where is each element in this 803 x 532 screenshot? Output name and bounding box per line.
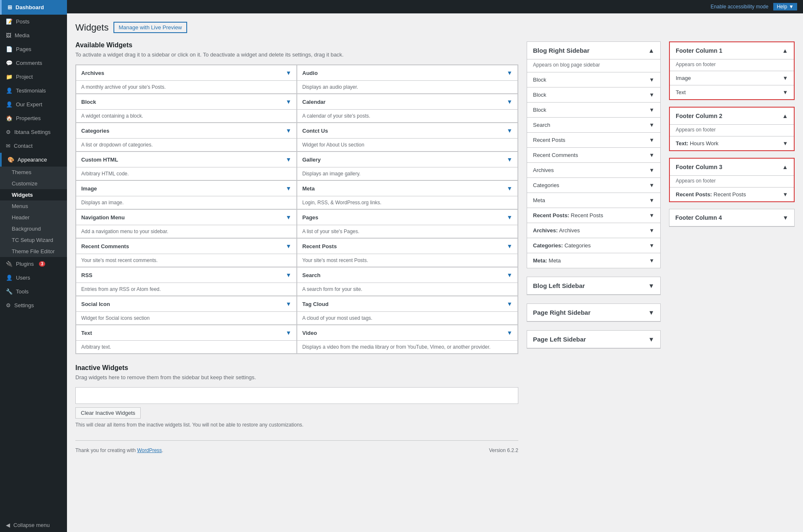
collapse-icon: ◀ <box>6 522 10 528</box>
blog-right-sidebar-header[interactable]: Blog Right Sidebar ▲ <box>527 42 660 59</box>
sub-item-widgets[interactable]: Widgets <box>0 189 67 200</box>
manage-live-preview-button[interactable]: Manage with Live Preview <box>113 22 187 33</box>
widget-grid: Archives▼ A monthly archive of your site… <box>75 64 518 354</box>
footer1-widget-image[interactable]: Image ▼ <box>670 71 794 85</box>
media-icon: 🖼 <box>6 32 11 39</box>
sub-item-themes[interactable]: Themes <box>0 167 67 178</box>
footer-column-1-box: Footer Column 1 ▲ Appears on footer Imag… <box>669 41 795 100</box>
sidebar-item-project[interactable]: 📁 Project <box>0 70 67 84</box>
inactive-drop-area[interactable] <box>75 387 518 404</box>
sidebar-widget-meta[interactable]: Meta ▼ <box>527 193 660 208</box>
sidebar-item-contact[interactable]: ✉ Contact <box>0 139 67 153</box>
sidebar-widget-block-2[interactable]: Block ▼ <box>527 87 660 102</box>
clear-warning-text: This will clear all items from the inact… <box>75 422 518 428</box>
sidebar-widget-search[interactable]: Search ▼ <box>527 117 660 132</box>
sidebar-item-appearance[interactable]: 🎨 Appearance <box>0 153 67 167</box>
sidebar-item-our-expert[interactable]: 👤 Our Expert <box>0 98 67 111</box>
sidebar-item-testimonials[interactable]: 👤 Testimonials <box>0 84 67 98</box>
sidebar-item-users[interactable]: 👤 Users <box>0 271 67 285</box>
sub-item-tc-setup[interactable]: TC Setup Wizard <box>0 234 67 246</box>
sidebar-widget-recent-posts[interactable]: Recent Posts ▼ <box>527 132 660 147</box>
sidebar-item-ibtana[interactable]: ⚙ Ibtana Settings <box>0 125 67 139</box>
widget-recent-posts[interactable]: Recent Posts▼ Your site's most recent Po… <box>297 238 518 267</box>
sidebar-widget-categories[interactable]: Categories ▼ <box>527 177 660 193</box>
footer-column-4-header[interactable]: Footer Column 4 ▼ <box>669 209 794 226</box>
audio-chevron-icon: ▼ <box>507 69 512 76</box>
sub-item-customize[interactable]: Customize <box>0 178 67 189</box>
available-widgets-title: Available Widgets <box>75 41 518 49</box>
page-left-sidebar-box: Page Left Sidebar ▼ <box>527 330 661 349</box>
footer-column-1-desc: Appears on footer <box>670 59 794 71</box>
sidebar-widget-block-1[interactable]: Block ▼ <box>527 72 660 87</box>
widget-social-icon[interactable]: Social Icon▼ Widget for Social icons sec… <box>76 296 297 325</box>
widget-text[interactable]: Text▼ Arbitrary text. <box>76 325 297 354</box>
widget-categories[interactable]: Categories▼ A list or dropdown of catego… <box>76 123 297 152</box>
sidebar-widget-categories-named[interactable]: Categories: Categories ▼ <box>527 238 660 253</box>
sidebar-item-media[interactable]: 🖼 Media <box>0 28 67 42</box>
widget-meta[interactable]: Meta▼ Login, RSS, & WordPress.org links. <box>297 180 518 209</box>
sidebar-item-tools[interactable]: 🔧 Tools <box>0 285 67 298</box>
sidebar-item-pages[interactable]: 📄 Pages <box>0 42 67 56</box>
widget-tag-cloud[interactable]: Tag Cloud▼ A cloud of your most used tag… <box>297 296 518 325</box>
widget-gallery[interactable]: Gallery▼ Displays an image gallery. <box>297 152 518 180</box>
sidebar-widget-archives-named[interactable]: Archives: Archives ▼ <box>527 223 660 238</box>
widget-search[interactable]: Search▼ A search form for your site. <box>297 267 518 296</box>
wordpress-link[interactable]: WordPress <box>137 447 162 453</box>
sidebar-item-comments[interactable]: 💬 Comments <box>0 56 67 70</box>
collapse-menu-button[interactable]: ◀ Collapse menu <box>0 518 67 532</box>
footer-column-1-header[interactable]: Footer Column 1 ▲ <box>670 42 794 59</box>
sidebar-item-settings[interactable]: ⚙ Settings <box>0 298 67 312</box>
sidebar-recent-comments-chevron-icon: ▼ <box>649 152 654 158</box>
sub-item-menus[interactable]: Menus <box>0 200 67 212</box>
sidebar-item-plugins[interactable]: 🔌 Plugins 3 <box>0 257 67 271</box>
sidebar-item-dashboard[interactable]: ⊞ Dashboard <box>0 0 67 15</box>
widget-image[interactable]: Image▼ Displays an image. <box>76 180 297 209</box>
inactive-widgets-desc: Drag widgets here to remove them from th… <box>75 374 518 380</box>
sidebar-widget-block-3[interactable]: Block ▼ <box>527 102 660 117</box>
widget-navigation-menu[interactable]: Navigation Menu▼ Add a navigation menu t… <box>76 209 297 238</box>
content-area: Available Widgets To activate a widget d… <box>75 41 795 453</box>
sidebar-widget-meta-named[interactable]: Meta: Meta ▼ <box>527 253 660 268</box>
widget-contct-us[interactable]: Contct Us▼ Widget for About Us section <box>297 123 518 152</box>
sidebar-widget-recent-posts-named[interactable]: Recent Posts: Recent Posts ▼ <box>527 208 660 223</box>
footer-column-2-header[interactable]: Footer Column 2 ▲ <box>670 108 794 125</box>
pages-icon: 📄 <box>6 46 13 52</box>
footer1-widget-text[interactable]: Text ▼ <box>670 85 794 99</box>
sidebar-widget-archives[interactable]: Archives ▼ <box>527 162 660 177</box>
categories-chevron-icon: ▼ <box>286 127 291 134</box>
footer2-widget-text-hours[interactable]: Text: Hours Work ▼ <box>670 136 794 150</box>
page-left-sidebar-header[interactable]: Page Left Sidebar ▼ <box>527 331 660 348</box>
blog-left-sidebar-header[interactable]: Blog Left Sidebar ▼ <box>527 277 660 295</box>
clear-inactive-button[interactable]: Clear Inactive Widgets <box>75 407 141 419</box>
plugins-badge: 3 <box>39 261 46 267</box>
sidebar-categories-chevron-icon: ▼ <box>649 182 654 188</box>
widget-audio[interactable]: Audio▼ Displays an audio player. <box>297 65 518 94</box>
sidebar-item-posts[interactable]: 📝 Posts <box>0 15 67 28</box>
widget-video[interactable]: Video▼ Displays a video from the media l… <box>297 325 518 354</box>
widget-pages[interactable]: Pages▼ A list of your site's Pages. <box>297 209 518 238</box>
recent-comments-chevron-icon: ▼ <box>286 243 291 249</box>
widget-block[interactable]: Block▼ A widget containing a block. <box>76 94 297 123</box>
help-button[interactable]: Help ▼ <box>773 3 797 10</box>
footer-column-3-header[interactable]: Footer Column 3 ▲ <box>670 159 794 176</box>
footer-columns-panel: Footer Column 1 ▲ Appears on footer Imag… <box>669 41 795 234</box>
sub-item-theme-file-editor[interactable]: Theme File Editor <box>0 246 67 257</box>
rss-chevron-icon: ▼ <box>286 272 291 278</box>
image-chevron-icon: ▼ <box>286 185 291 192</box>
page-right-chevron-icon: ▼ <box>648 309 654 316</box>
blog-right-sidebar-panel: Blog Right Sidebar ▲ Appears on blog pag… <box>527 41 661 357</box>
widget-rss[interactable]: RSS▼ Entries from any RSS or Atom feed. <box>76 267 297 296</box>
sub-item-background[interactable]: Background <box>0 223 67 234</box>
widget-recent-comments[interactable]: Recent Comments▼ Your site's most recent… <box>76 238 297 267</box>
footer-column-4-box: Footer Column 4 ▼ <box>669 209 795 227</box>
sidebar-widget-recent-comments[interactable]: Recent Comments ▼ <box>527 147 660 162</box>
widget-archives[interactable]: Archives▼ A monthly archive of your site… <box>76 65 297 94</box>
sidebar-item-properties[interactable]: 🏠 Properties <box>0 111 67 125</box>
widget-calendar[interactable]: Calendar▼ A calendar of your site's post… <box>297 94 518 123</box>
widget-custom-html[interactable]: Custom HTML▼ Arbitrary HTML code. <box>76 152 297 180</box>
page-right-sidebar-header[interactable]: Page Right Sidebar ▼ <box>527 304 660 321</box>
help-chevron-icon: ▼ <box>789 4 794 10</box>
footer3-widget-recent-posts[interactable]: Recent Posts: Recent Posts ▼ <box>670 187 794 201</box>
sub-item-header[interactable]: Header <box>0 212 67 223</box>
accessibility-mode-link[interactable]: Enable accessibility mode <box>710 4 768 10</box>
